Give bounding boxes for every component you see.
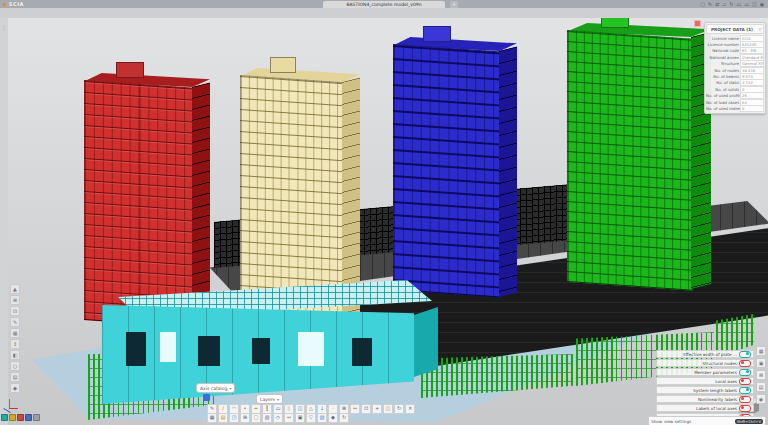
tower-blue-front (393, 44, 501, 298)
titlebar-icon[interactable]: ▭ (736, 1, 741, 7)
view-flag-label: System length labels (693, 388, 737, 393)
panel-grip-icon: ⋮ (1, 24, 7, 31)
new-tab-button[interactable]: + (450, 1, 458, 8)
input-tool-icon[interactable]: □ (251, 413, 261, 423)
input-tool-icon[interactable]: ▣ (295, 413, 305, 423)
coord-input-icon[interactable] (9, 414, 16, 421)
side-tool-icon[interactable]: ▤ (756, 382, 766, 392)
view-flags-panel: Effective width of plate ... Structural … (656, 350, 754, 425)
app-brand: ◆ SCIA (3, 1, 24, 7)
input-tool-icon[interactable]: ✕ (405, 404, 415, 414)
view-tool-icon[interactable]: ◧ (10, 350, 20, 360)
input-tool-icon[interactable]: ◫ (383, 404, 393, 414)
layers-icon[interactable] (203, 394, 210, 401)
view-flag-toggle[interactable] (739, 351, 751, 358)
input-tool-icon[interactable]: ▥ (262, 413, 272, 423)
more-tools-icon[interactable] (33, 414, 40, 421)
titlebar-icon[interactable]: ◉ (760, 1, 764, 7)
view-flag-label: Nonlinearity labels (698, 397, 737, 402)
titlebar-icon[interactable]: ⇄ (715, 1, 719, 7)
input-tool-icon[interactable]: ⊡ (361, 404, 371, 414)
model-viewport[interactable] (8, 18, 768, 425)
input-tool-icon[interactable]: ▤ (218, 413, 228, 423)
side-tool-icon[interactable]: ▦ (756, 346, 766, 356)
window-opening (126, 332, 146, 366)
tower-cream-core (270, 57, 296, 73)
input-tool-icon[interactable]: ▽ (306, 413, 316, 423)
ucs-x-axis (9, 408, 18, 409)
view-tool-icon[interactable]: ◆ (10, 383, 20, 393)
project-tab[interactable]: BASTION4_complete model_v09n (323, 1, 445, 8)
view-tool-icon[interactable]: ▦ (10, 328, 20, 338)
titlebar-icon[interactable]: ✎ (708, 1, 712, 7)
view-tool-icon[interactable]: ○ (10, 361, 20, 371)
side-tool-icon[interactable]: ◉ (756, 394, 766, 404)
view-flag-toggle[interactable] (739, 360, 751, 367)
tower-green-core (601, 18, 629, 28)
view-flag-row: Member parameters (656, 368, 754, 376)
window-opening (252, 338, 270, 364)
titlebar-icon[interactable]: ▭ (744, 1, 749, 7)
property-value-field[interactable]: 8 (740, 105, 764, 112)
snap-mode-icon[interactable] (1, 414, 8, 421)
property-label: No. of used profiles (706, 93, 740, 98)
view-tool-icon[interactable]: ▤ (10, 372, 20, 382)
input-tool-icon[interactable]: ⊞ (240, 413, 250, 423)
view-flag-label: Labels of local axes (696, 406, 737, 411)
side-tool-icon[interactable]: ▣ (756, 358, 766, 368)
properties-rows: Licence name SCIA Licence number 631245 … (706, 35, 764, 112)
input-tool-icon[interactable]: + (372, 404, 382, 414)
tower-blue-core (423, 26, 451, 42)
view-tool-icon[interactable]: ↕ (10, 339, 20, 349)
scia-engineer-window: ◆ SCIA BASTION4_complete model_v09n + ▢✎… (0, 0, 768, 425)
selection-marker-icon[interactable] (694, 20, 701, 27)
ucs-triad-icon (1, 399, 21, 413)
view-flag-row: Effective width of plate ... (656, 350, 754, 358)
side-tools: ▦▣⊞▤◉ (756, 346, 766, 404)
view-tool-icon[interactable]: ⊞ (10, 295, 20, 305)
input-tool-icon[interactable]: ↻ (394, 404, 404, 414)
view-flag-toggle[interactable] (739, 369, 751, 376)
input-tool-icon[interactable]: ↔ (284, 413, 294, 423)
side-tool-icon[interactable]: ⊞ (756, 370, 766, 380)
property-label: Licence number (706, 42, 740, 47)
input-tool-icon[interactable]: ↻ (339, 413, 349, 423)
properties-header: PROJECT DATA (1) ▽ (706, 24, 764, 34)
tower-red-core (116, 62, 144, 78)
titlebar-icon[interactable]: ↻ (729, 1, 733, 7)
view-flag-toggle[interactable] (739, 387, 751, 394)
view-flag-toggle[interactable] (739, 378, 751, 385)
show-view-settings-button[interactable]: Show view settings Shift+Ctrl+V (648, 416, 766, 425)
property-row: No. of used materials 8 (706, 105, 764, 111)
ucs-settings-icon[interactable] (17, 414, 24, 421)
layers-dropdown[interactable]: Layers ▾ (256, 394, 283, 404)
ucs-z-axis (9, 399, 10, 408)
titlebar-icon[interactable]: ◫ (752, 1, 757, 7)
properties-panel: PROJECT DATA (1) ▽ Licence name SCIA Lic… (704, 22, 766, 114)
input-tool-icon[interactable]: ◳ (229, 413, 239, 423)
window-opening (352, 338, 372, 366)
shortcut-badge: Shift+Ctrl+V (735, 419, 763, 424)
tower-red-front (84, 80, 194, 328)
input-tool-icon[interactable]: ↔ (350, 404, 360, 414)
axis-catalog-dropdown[interactable]: Axis catalog ▾ (196, 383, 235, 393)
property-label: No. of beams (706, 74, 740, 79)
view-tool-icon[interactable]: ▲ (10, 284, 20, 294)
input-tool-icon[interactable]: ◇ (273, 413, 283, 423)
view-flag-toggle[interactable] (739, 396, 751, 403)
view-tool-icon[interactable]: ⊡ (10, 306, 20, 316)
view-flag-toggle[interactable] (739, 405, 751, 412)
titlebar-icon[interactable]: ▢ (700, 1, 705, 7)
input-tool-icon[interactable]: ▧ (317, 413, 327, 423)
view-tool-icon[interactable]: ✎ (10, 317, 20, 327)
titlebar-icon-group: ▢✎⇄▱↻▭▭◫◉ (700, 1, 764, 7)
input-tool-icon[interactable]: ▦ (207, 413, 217, 423)
corner-tools (1, 399, 40, 421)
view-flag-label: Member parameters (694, 370, 737, 375)
input-tool-icon[interactable]: ◆ (328, 413, 338, 423)
corner-tool-row (1, 414, 40, 421)
grid-settings-icon[interactable] (25, 414, 32, 421)
property-label: National code (706, 48, 740, 53)
titlebar-icon[interactable]: ▱ (722, 1, 726, 7)
filter-icon[interactable]: ▽ (757, 27, 763, 32)
